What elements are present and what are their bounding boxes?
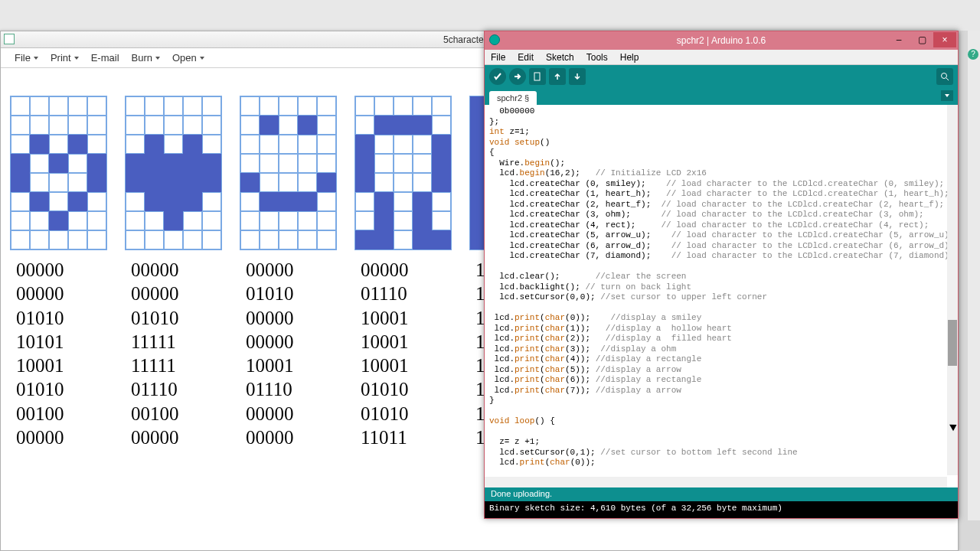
pixel-grid [354,96,452,250]
arduino-title: spchr2 | Arduino 1.0.6 [677,35,766,46]
pixel-cell [126,96,145,116]
pixel-cell [164,154,183,173]
sketch-tab[interactable]: spchr2 § [489,91,537,105]
arduino-menu-sketch[interactable]: Sketch [540,51,580,64]
lcd-char-column: 00000 00000 01010 10101 10001 01010 0010… [10,96,116,449]
pixel-cell [87,192,106,211]
pixel-cell [164,135,183,154]
pixel-cell [145,211,164,230]
pixel-cell [413,135,432,154]
os-right-edge [968,31,980,520]
arduino-minimize-button[interactable]: – [887,32,910,47]
pixel-cell [126,192,145,211]
pixel-cell [317,211,336,230]
pixel-cell [30,230,49,249]
pixel-cell [164,173,183,192]
arduino-menu-edit[interactable]: Edit [511,51,540,64]
pixel-cell [413,230,432,249]
pixel-cell [183,154,202,173]
pixel-cell [374,96,394,116]
new-sketch-button[interactable] [529,68,546,85]
pixel-cell [126,154,145,173]
pixel-cell [145,192,164,211]
menu-open[interactable]: Open [166,49,211,67]
help-icon[interactable]: ? [968,49,978,60]
code-editor[interactable]: 0b00000 }; int z=1; void setup() { Wire.… [485,105,958,487]
pixel-cell [202,154,221,173]
pixel-cell [183,230,202,249]
pixel-cell [126,211,145,230]
pixel-cell [279,230,298,249]
editor-hscrollbar[interactable] [485,477,947,487]
tab-dropdown-button[interactable] [941,90,953,101]
pixel-cell [183,96,202,116]
pixel-cell [11,173,30,192]
pixel-cell [126,173,145,192]
pixel-cell [298,116,317,135]
pixel-cell [87,135,106,154]
pixel-cell [240,192,260,211]
pixel-cell [183,192,202,211]
pixel-cell [164,211,183,230]
pixel-cell [202,211,221,230]
pixel-cell [11,135,30,154]
pixel-cell [126,230,145,249]
serial-monitor-button[interactable] [936,68,953,85]
arduino-menu-tools[interactable]: Tools [580,51,614,64]
pixel-cell [298,230,317,249]
pixel-cell [240,230,260,249]
pixel-cell [298,96,317,116]
pixel-cell [30,135,49,154]
arduino-menu-file[interactable]: File [485,51,511,64]
verify-button[interactable] [489,68,506,85]
arduino-menu-help[interactable]: Help [614,51,645,64]
pixel-cell [11,211,30,230]
pixel-cell [164,96,183,116]
pixel-cell [432,192,451,211]
pixel-cell [68,211,87,230]
pixel-cell [11,192,30,211]
arduino-maximize-button[interactable]: ▢ [910,32,933,47]
upload-button[interactable] [509,68,526,85]
pixel-cell [374,154,394,173]
pixel-cell [87,154,106,173]
pixel-cell [317,96,336,116]
pixel-cell [413,116,432,135]
pixel-cell [145,96,164,116]
pixel-cell [298,154,317,173]
menu-email[interactable]: E-mail [85,49,126,67]
pixel-cell [260,135,279,154]
pixel-cell [298,173,317,192]
pixel-cell [49,230,68,249]
pixel-cell [30,192,49,211]
pixel-cell [374,116,394,135]
scrollbar-thumb[interactable] [948,320,957,366]
arduino-titlebar[interactable]: spchr2 | Arduino 1.0.6 – ▢ × [485,31,958,50]
char-binary-lines: 00000 00000 01010 11111 11111 01110 0010… [125,258,179,449]
app-icon [4,34,15,44]
arduino-close-button[interactable]: × [933,32,956,47]
pixel-cell [240,116,260,135]
pixel-cell [202,173,221,192]
pixel-grid [10,96,107,250]
save-sketch-button[interactable] [569,68,586,85]
pixel-cell [260,96,279,116]
open-sketch-button[interactable] [549,68,566,85]
pixel-cell [279,135,298,154]
menu-file[interactable]: File [8,49,44,67]
pixel-cell [126,116,145,135]
pixel-cell [432,154,451,173]
menu-print[interactable]: Print [44,49,85,67]
menu-burn[interactable]: Burn [126,49,166,67]
arduino-status-bar: Done uploading. [485,487,958,501]
arduino-ide-window: spchr2 | Arduino 1.0.6 – ▢ × File Edit S… [484,31,959,519]
svg-rect-0 [534,73,540,80]
editor-vscrollbar[interactable] [947,105,958,475]
pixel-cell [87,116,106,135]
pixel-cell [202,116,221,135]
pixel-cell [432,116,451,135]
pixel-cell [394,173,413,192]
pixel-cell [49,154,68,173]
pixel-cell [260,192,279,211]
pixel-cell [355,192,374,211]
